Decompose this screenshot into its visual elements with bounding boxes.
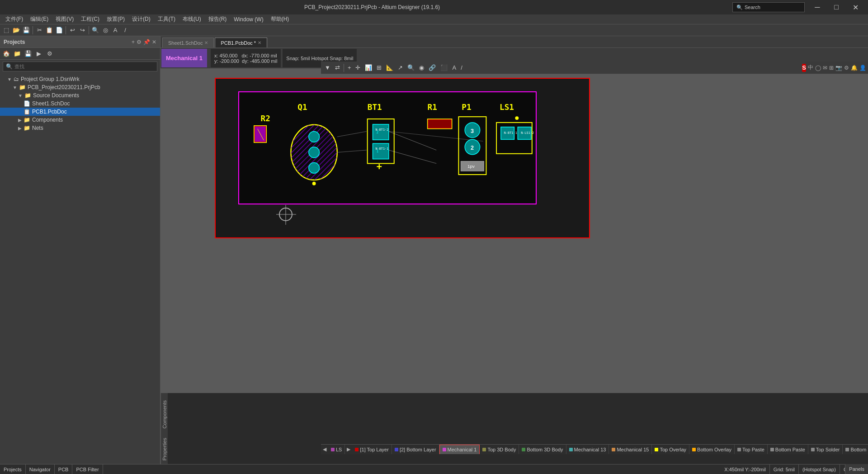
pcb-drc-btn[interactable]: 🔍 — [406, 63, 416, 73]
altium-settings-icon[interactable]: ⚙ — [844, 63, 849, 72]
minimize-button[interactable]: ─ — [808, 0, 826, 14]
layer-tab-bottom-solder[interactable]: Bottom Solder — [843, 445, 868, 454]
panel-new-icon[interactable]: + — [132, 39, 135, 45]
project-search-box[interactable]: 🔍 — [3, 62, 157, 71]
project-search-input[interactable] — [14, 64, 154, 69]
toolbar-undo[interactable]: ↩ — [68, 26, 77, 35]
proj-save[interactable]: 💾 — [24, 49, 33, 58]
toolbar-copy[interactable]: 📋 — [45, 26, 54, 35]
toolbar-paste[interactable]: 📄 — [55, 26, 64, 35]
proj-run[interactable]: ▶ — [34, 49, 43, 58]
sidebar-tab-components[interactable]: Components — [161, 397, 168, 432]
proj-add[interactable]: 📁 — [13, 49, 22, 58]
menu-view[interactable]: 视图(V) — [52, 14, 77, 24]
pcb-3d-btn[interactable]: ⬛ — [439, 63, 449, 73]
layer-tab-mechanical1[interactable]: Mechanical 1 — [439, 445, 480, 454]
maximize-button[interactable]: □ — [827, 0, 845, 14]
tab-pcb1[interactable]: PCB1.PcbDoc * ✕ — [215, 38, 267, 47]
layer-tab-top3d[interactable]: Top 3D Body — [480, 445, 519, 454]
toolbar-redo[interactable]: ↪ — [78, 26, 87, 35]
tree-item-components[interactable]: ▶ 📁 Components — [0, 116, 160, 124]
panel-settings-icon[interactable]: ⚙ — [137, 39, 142, 45]
pcb-route-btn[interactable]: ↗ — [396, 63, 405, 73]
svg-text:1pv: 1pv — [467, 164, 475, 169]
altium-chinese-icon[interactable]: 中 — [808, 63, 813, 72]
layer-tab-top-solder[interactable]: Top Solder — [808, 445, 843, 454]
tree-item-nets[interactable]: ▶ 📁 Nets — [0, 124, 160, 132]
toolbar-save[interactable]: 💾 — [22, 26, 31, 35]
altium-grid-icon[interactable]: ⊞ — [829, 63, 834, 72]
layer-tab-top-overlay[interactable]: Top Overlay — [652, 445, 689, 454]
pcb-line-btn[interactable]: / — [459, 63, 464, 73]
toolbar-zoom[interactable]: 🔍 — [91, 26, 100, 35]
menu-edit[interactable]: 编辑(E) — [27, 14, 52, 24]
tree-item-pcb-project[interactable]: ▼ 📁 PCB_Project20230211.PrjPcb — [0, 83, 160, 91]
layer-tab-mech15[interactable]: Mechanical 15 — [609, 445, 652, 454]
menu-file[interactable]: 文件(F) — [2, 14, 27, 24]
pcb-net-btn[interactable]: 🔗 — [427, 63, 438, 73]
toolbar-open[interactable]: 📂 — [12, 26, 21, 35]
proj-settings[interactable]: ⚙ — [45, 49, 54, 58]
pcb-filter-btn[interactable]: ▼ — [323, 63, 332, 73]
tab-sheet1-close[interactable]: ✕ — [204, 40, 208, 45]
layer-tab-bottom3d[interactable]: Bottom 3D Body — [519, 445, 566, 454]
pcb-chart-btn[interactable]: 📊 — [363, 63, 374, 73]
layer-arrow-left[interactable]: ◀ — [321, 446, 328, 452]
pcb-interactive-btn[interactable]: ⇄ — [333, 63, 342, 73]
layer-tab-bottom-overlay[interactable]: Bottom Overlay — [689, 445, 735, 454]
toolbar-new[interactable]: ⬚ — [2, 26, 11, 35]
pcb-measure-btn[interactable]: 📐 — [384, 63, 395, 73]
tab-pcb1-close[interactable]: ✕ — [258, 40, 261, 45]
tab-sheet1[interactable]: Sheet1.SchDoc ✕ — [162, 38, 214, 47]
panel-close-icon[interactable]: ✕ — [152, 39, 156, 45]
menu-report[interactable]: 报告(R) — [205, 14, 231, 24]
toolbar-text[interactable]: A — [111, 26, 120, 35]
toolbar-line[interactable]: / — [121, 26, 130, 35]
layer-tab-top-layer[interactable]: [1] Top Layer — [352, 445, 392, 454]
sidebar-tab-properties[interactable]: Properties — [161, 434, 168, 464]
status-tab-pcb[interactable]: PCB — [55, 465, 73, 474]
altium-camera-icon[interactable]: 📷 — [835, 63, 842, 72]
altium-circle-icon[interactable]: ◯ — [815, 63, 821, 72]
panel-pin-icon[interactable]: 📌 — [143, 39, 150, 45]
menu-place[interactable]: 放置(P) — [103, 14, 128, 24]
status-tab-projects[interactable]: Projects — [0, 465, 26, 474]
menu-window[interactable]: Window (W) — [230, 15, 267, 24]
menu-project[interactable]: 工程(C) — [77, 14, 103, 24]
svg-text:P1: P1 — [462, 103, 471, 112]
layer-tab-bottom-layer[interactable]: [2] Bottom Layer — [392, 445, 439, 454]
toolbar-cut[interactable]: ✂ — [35, 26, 44, 35]
layer-tab-bottom-paste[interactable]: Bottom Paste — [768, 445, 808, 454]
menu-design[interactable]: 设计(D) — [128, 14, 154, 24]
menu-tools[interactable]: 工具(T) — [154, 14, 179, 24]
title-search-box[interactable]: 🔍 Search — [732, 2, 805, 12]
altium-mail-icon[interactable]: ✉ — [823, 63, 827, 72]
tree-item-pcb1[interactable]: 📋 PCB1.PcbDoc — [0, 108, 160, 116]
tree-item-sheet1[interactable]: 📄 Sheet1.SchDoc — [0, 100, 160, 108]
pcb-pad-btn[interactable]: ◉ — [417, 63, 426, 73]
pcb-canvas[interactable]: R2 Q1 — [160, 69, 868, 393]
proj-home[interactable]: 🏠 — [2, 49, 11, 58]
pcb-text-btn[interactable]: A — [450, 63, 458, 73]
components-icon: 📁 — [24, 117, 30, 123]
layer-tab-ls[interactable]: LS — [328, 445, 345, 454]
tree-item-project-group[interactable]: ▼ 🗂 Project Group 1.DsnWrk — [0, 75, 160, 83]
close-button[interactable]: ✕ — [846, 0, 864, 14]
status-tab-pcbfilter[interactable]: PCB Filter — [72, 465, 103, 474]
pcb-add-btn[interactable]: + — [346, 63, 353, 73]
pcb-cross-btn[interactable]: ✛ — [354, 63, 362, 73]
panels-button[interactable]: Panels — [845, 464, 868, 474]
status-tab-navigator[interactable]: Navigator — [26, 465, 55, 474]
layer-tab-top-paste[interactable]: Top Paste — [735, 445, 768, 454]
layer-arrow-right[interactable]: ▶ — [345, 446, 352, 452]
layer-dot-bottom — [395, 448, 398, 451]
menu-help[interactable]: 帮助(H) — [267, 14, 293, 24]
toolbar-fit[interactable]: ◎ — [101, 26, 110, 35]
layer-tab-top-label: [1] Top Layer — [360, 447, 388, 452]
layer-tab-mech13[interactable]: Mechanical 13 — [566, 445, 609, 454]
altium-user-icon[interactable]: 👤 — [859, 63, 866, 72]
altium-bell-icon[interactable]: 🔔 — [851, 63, 858, 72]
tree-item-source-docs[interactable]: ▼ 📁 Source Documents — [0, 91, 160, 100]
pcb-grid-btn[interactable]: ⊞ — [375, 63, 383, 73]
menu-route[interactable]: 布线(U) — [179, 14, 205, 24]
